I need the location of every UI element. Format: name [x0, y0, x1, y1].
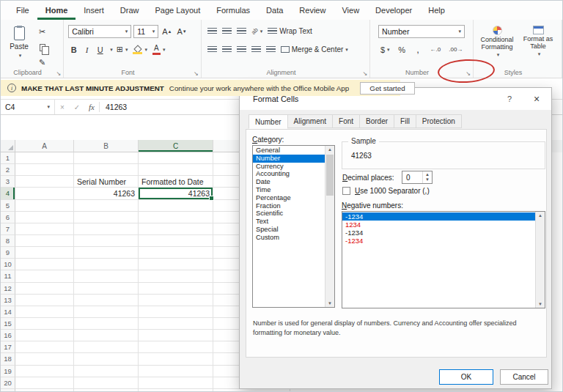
- row-header-6[interactable]: 6: [1, 212, 15, 223]
- dialog-tab-alignment[interactable]: Alignment: [287, 114, 333, 128]
- cell-B8[interactable]: [74, 235, 139, 247]
- category-scrollbar[interactable]: ▲ ▼: [325, 146, 334, 307]
- cell-A10[interactable]: [15, 259, 74, 270]
- scroll-down-icon[interactable]: ▼: [538, 302, 542, 306]
- category-item-text[interactable]: Text: [253, 218, 325, 226]
- category-item-custom[interactable]: Custom: [253, 234, 325, 242]
- category-item-date[interactable]: Date: [253, 178, 325, 186]
- align-bottom-button[interactable]: [235, 25, 248, 37]
- dialog-tab-border[interactable]: Border: [359, 114, 394, 128]
- cell-B10[interactable]: [74, 259, 139, 270]
- cell-B13[interactable]: [74, 295, 139, 306]
- use-separator-checkbox[interactable]: Use 1000 Separator (,): [342, 187, 430, 195]
- accounting-format-button[interactable]: $▾: [379, 43, 391, 56]
- cell-B3[interactable]: Serial Number: [74, 176, 139, 188]
- menu-tab-insert[interactable]: Insert: [76, 1, 112, 20]
- cell-B16[interactable]: [74, 330, 139, 341]
- category-item-special[interactable]: Special: [253, 226, 325, 234]
- cell-A15[interactable]: [15, 318, 74, 330]
- cell-A3[interactable]: [15, 176, 74, 188]
- dialog-tab-number[interactable]: Number: [249, 114, 288, 129]
- spin-up-icon[interactable]: ▲: [425, 172, 430, 178]
- cell-A12[interactable]: [15, 283, 74, 295]
- cell-A16[interactable]: [15, 330, 74, 341]
- font-color-button[interactable]: A ▾: [151, 43, 167, 56]
- negative-option-2[interactable]: -1234: [342, 229, 535, 237]
- menu-tab-data[interactable]: Data: [258, 1, 291, 20]
- dialog-tab-fill[interactable]: Fill: [394, 114, 416, 128]
- row-header-20[interactable]: 20: [1, 377, 15, 389]
- cell-A17[interactable]: [15, 341, 74, 353]
- menu-tab-help[interactable]: Help: [420, 1, 453, 20]
- borders-button[interactable]: ⊞▾: [115, 43, 130, 56]
- align-left-button[interactable]: [206, 43, 218, 56]
- cell-C15[interactable]: [139, 318, 213, 330]
- cell-C9[interactable]: [139, 247, 213, 259]
- cell-A4[interactable]: [15, 188, 74, 199]
- align-top-button[interactable]: [206, 25, 218, 37]
- category-item-number[interactable]: Number: [253, 155, 325, 163]
- cell-C18[interactable]: [139, 353, 213, 365]
- format-painter-button[interactable]: ✎: [37, 56, 48, 69]
- row-header-16[interactable]: 16: [1, 330, 15, 341]
- spin-down-icon[interactable]: ▼: [425, 177, 430, 183]
- cell-A8[interactable]: [15, 235, 74, 247]
- fx-icon[interactable]: fx: [84, 100, 99, 114]
- align-middle-button[interactable]: [221, 25, 233, 37]
- cell-B18[interactable]: [74, 353, 139, 365]
- category-item-fraction[interactable]: Fraction: [253, 202, 325, 210]
- cell-A19[interactable]: [15, 366, 74, 377]
- wrap-text-button[interactable]: Wrap Text: [266, 25, 314, 37]
- category-item-currency[interactable]: Currency: [253, 163, 325, 171]
- cell-B9[interactable]: [74, 247, 139, 259]
- cut-button[interactable]: ✂: [37, 26, 48, 38]
- cell-B17[interactable]: [74, 341, 139, 353]
- cell-C13[interactable]: [139, 295, 213, 306]
- percent-style-button[interactable]: %: [397, 43, 408, 56]
- decrease-decimal-button[interactable]: .00→: [447, 43, 464, 56]
- row-header-4[interactable]: 4: [1, 188, 15, 199]
- increase-indent-button[interactable]: [265, 43, 277, 56]
- column-header-B[interactable]: B: [74, 140, 139, 152]
- cell-B6[interactable]: [74, 212, 139, 223]
- category-item-time[interactable]: Time: [253, 186, 325, 194]
- cell-C17[interactable]: [139, 341, 213, 353]
- cell-C14[interactable]: [139, 306, 213, 318]
- menu-tab-home[interactable]: Home: [37, 1, 76, 20]
- cell-B12[interactable]: [74, 283, 139, 295]
- cell-C20[interactable]: [139, 377, 213, 389]
- bold-button[interactable]: B: [68, 43, 79, 56]
- negative-scrollbar[interactable]: ▲ ▼: [535, 212, 545, 308]
- row-header-21[interactable]: 21: [1, 389, 15, 392]
- menu-tab-formulas[interactable]: Formulas: [208, 1, 258, 20]
- negative-option-1[interactable]: 1234: [342, 221, 535, 229]
- row-header-1[interactable]: 1: [1, 152, 15, 164]
- cell-A18[interactable]: [15, 353, 74, 365]
- cell-B4[interactable]: 41263: [74, 188, 139, 199]
- row-header-2[interactable]: 2: [1, 164, 15, 176]
- cell-A14[interactable]: [15, 306, 74, 318]
- cancel-icon[interactable]: ×: [55, 100, 70, 114]
- menu-tab-review[interactable]: Review: [291, 1, 334, 20]
- font-dialog-launcher[interactable]: ↘: [194, 70, 199, 77]
- cell-C6[interactable]: [139, 212, 213, 223]
- cell-B2[interactable]: [74, 164, 139, 176]
- number-format-select[interactable]: Number ▾: [378, 25, 465, 38]
- cell-C7[interactable]: [139, 223, 213, 235]
- category-item-general[interactable]: General: [253, 147, 325, 155]
- enter-icon[interactable]: ✓: [70, 100, 84, 114]
- cell-B5[interactable]: [74, 200, 139, 212]
- italic-button[interactable]: I: [81, 43, 92, 56]
- align-right-button[interactable]: [235, 43, 248, 56]
- ok-button[interactable]: OK: [439, 369, 493, 385]
- decimal-places-input[interactable]: 0 ▲ ▼: [402, 171, 433, 184]
- menu-tab-file[interactable]: File: [8, 1, 37, 20]
- row-header-14[interactable]: 14: [1, 306, 15, 318]
- increase-decimal-button[interactable]: ←.0: [429, 43, 443, 56]
- dialog-tab-font[interactable]: Font: [332, 114, 360, 128]
- cell-C3[interactable]: Formatted to Date: [139, 176, 213, 188]
- category-item-scientific[interactable]: Scientific: [253, 210, 325, 218]
- font-size-select[interactable]: 11 ▾: [133, 25, 158, 38]
- help-button[interactable]: ?: [498, 88, 520, 110]
- clipboard-dialog-launcher[interactable]: ↘: [56, 70, 61, 77]
